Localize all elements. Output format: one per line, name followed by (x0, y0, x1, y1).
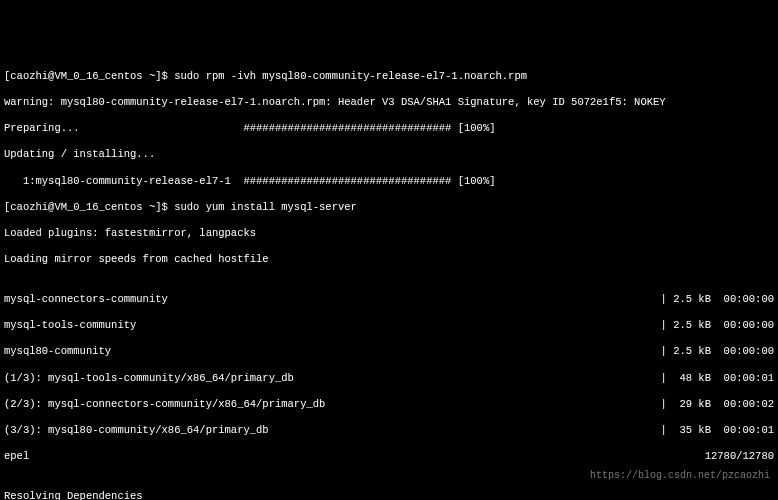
repo-row: (1/3): mysql-tools-community/x86_64/prim… (4, 372, 774, 385)
repo-row: mysql-tools-community| 2.5 kB 00:00:00 (4, 319, 774, 332)
pkg-install-line: 1:mysql80-community-release-el7-1 ######… (4, 175, 774, 188)
prompt-line: [caozhi@VM_0_16_centos ~]$ sudo yum inst… (4, 201, 774, 214)
preparing-line: Preparing... ###########################… (4, 122, 774, 135)
prompt-line: [caozhi@VM_0_16_centos ~]$ sudo rpm -ivh… (4, 70, 774, 83)
resolving-deps: Resolving Dependencies (4, 490, 774, 500)
updating-line: Updating / installing... (4, 148, 774, 161)
warning-line: warning: mysql80-community-release-el7-1… (4, 96, 774, 109)
loaded-plugins: Loaded plugins: fastestmirror, langpacks (4, 227, 774, 240)
repo-row: mysql80-community| 2.5 kB 00:00:00 (4, 345, 774, 358)
terminal-output[interactable]: [caozhi@VM_0_16_centos ~]$ sudo rpm -ivh… (4, 57, 774, 501)
repo-row: (3/3): mysql80-community/x86_64/primary_… (4, 424, 774, 437)
epel-row: epel12780/12780 (4, 450, 774, 463)
loading-mirror: Loading mirror speeds from cached hostfi… (4, 253, 774, 266)
watermark: https://blog.csdn.net/pzcaozhi (590, 470, 770, 483)
repo-row: mysql-connectors-community| 2.5 kB 00:00… (4, 293, 774, 306)
repo-row: (2/3): mysql-connectors-community/x86_64… (4, 398, 774, 411)
